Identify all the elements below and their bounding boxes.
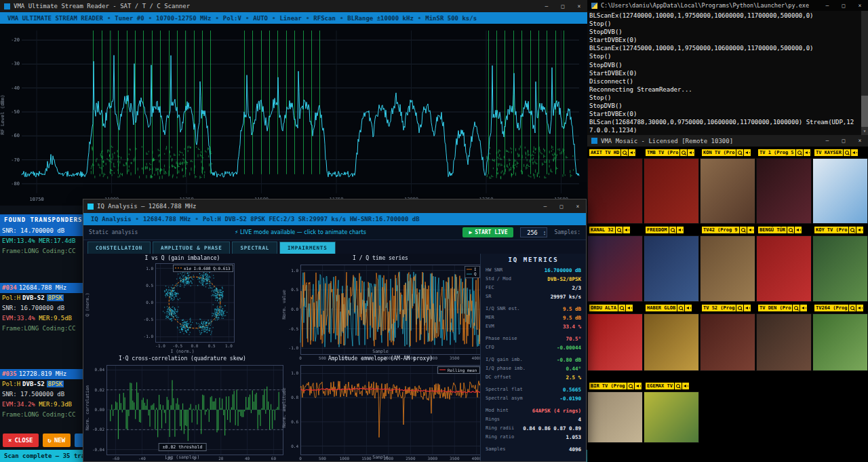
channel-thumbnail[interactable] bbox=[812, 158, 868, 224]
minimize-button[interactable]: — bbox=[819, 135, 835, 147]
magnifier-icon[interactable] bbox=[793, 305, 800, 311]
speaker-icon[interactable] bbox=[635, 383, 642, 389]
live-mode-hint[interactable]: ⚡ LIVE mode available — click to animate… bbox=[144, 229, 456, 235]
channel-thumbnail[interactable] bbox=[644, 158, 699, 224]
speaker-icon[interactable] bbox=[851, 149, 858, 156]
mosaic-titlebar[interactable]: VMA Mosaic - Licensed [Remote 10300] — □… bbox=[587, 135, 868, 147]
tab-spectral[interactable]: SPECTRAL bbox=[232, 242, 277, 254]
channel-chip[interactable]: EGEMAX TV bbox=[646, 382, 689, 390]
channel-chip[interactable]: KANAL 32 bbox=[589, 226, 630, 234]
close-button[interactable]: × bbox=[571, 0, 587, 12]
speaker-icon[interactable] bbox=[856, 305, 863, 311]
speaker-icon[interactable] bbox=[685, 305, 692, 311]
channel-thumbnail[interactable] bbox=[756, 158, 812, 224]
channel-thumbnail[interactable] bbox=[587, 158, 643, 224]
speaker-icon[interactable] bbox=[747, 227, 754, 233]
minimize-button[interactable]: — bbox=[819, 0, 835, 11]
start-live-button[interactable]: ▶ START LIVE bbox=[462, 227, 513, 237]
channel-thumbnail[interactable] bbox=[644, 235, 699, 302]
channel-chip[interactable]: TMB TV (Pro bbox=[646, 149, 694, 157]
magnifier-icon[interactable] bbox=[675, 383, 682, 389]
channel-thumbnail[interactable] bbox=[700, 235, 755, 302]
maximize-button[interactable]: □ bbox=[835, 0, 852, 11]
magnifier-icon[interactable] bbox=[621, 149, 628, 156]
stream-reader-titlebar[interactable]: VMA Ultimate Stream Reader - SAT / T / C… bbox=[0, 0, 587, 12]
magnifier-icon[interactable] bbox=[849, 305, 856, 311]
stepper-arrows[interactable]: ▴ ▾ bbox=[543, 230, 547, 235]
minimize-button[interactable]: — bbox=[538, 0, 555, 12]
close-button[interactable]: × bbox=[570, 199, 586, 213]
speaker-icon[interactable] bbox=[795, 227, 802, 233]
speaker-icon[interactable] bbox=[800, 305, 807, 311]
transponder-entry[interactable]: #03412684.788 MHzPol:HDVB-S28PSKSNR: 16.… bbox=[0, 283, 84, 334]
channel-chip[interactable]: TV KAYSER bbox=[814, 149, 858, 157]
channel-chip[interactable]: ORDU ALTA bbox=[589, 304, 633, 312]
speaker-icon[interactable] bbox=[682, 383, 689, 389]
magnifier-icon[interactable] bbox=[796, 149, 803, 156]
channel-chip[interactable]: HABER GLOB bbox=[646, 304, 692, 312]
channel-chip[interactable]: BIR TV (Prog bbox=[589, 382, 642, 390]
transponder-list[interactable]: SNR: 14.700000 dBEVM:13.4% MER:17.4dBFra… bbox=[0, 226, 84, 429]
minimize-button[interactable]: — bbox=[537, 199, 553, 213]
magnifier-icon[interactable] bbox=[616, 227, 623, 233]
speaker-icon[interactable] bbox=[804, 149, 810, 156]
transponder-entry-partial[interactable]: SNR: 14.700000 dBEVM:13.4% MER:17.4dBFra… bbox=[0, 226, 84, 256]
channel-chip[interactable]: BENGÜ TÜR bbox=[758, 226, 802, 234]
magnifier-icon[interactable] bbox=[680, 149, 687, 156]
channel-chip[interactable]: TV264 (Prog bbox=[814, 304, 863, 312]
speaker-icon[interactable] bbox=[688, 149, 694, 156]
new-scan-button[interactable]: ↻ NEW bbox=[43, 434, 71, 447]
magnifier-icon[interactable] bbox=[627, 383, 634, 389]
tab-constellation[interactable]: CONSTELLATION bbox=[87, 242, 151, 254]
channel-thumbnail[interactable] bbox=[812, 235, 868, 302]
channel-thumbnail[interactable] bbox=[756, 313, 812, 371]
magnifier-icon[interactable] bbox=[618, 305, 625, 311]
channel-chip[interactable]: TV 52 (Prog bbox=[702, 304, 751, 312]
channel-thumbnail[interactable] bbox=[644, 391, 699, 443]
frequency-row[interactable]: #03512728.819 MHz bbox=[0, 369, 84, 379]
channel-chip[interactable]: KOY TV (Pro bbox=[814, 226, 863, 234]
channel-thumbnail[interactable] bbox=[587, 235, 643, 302]
magnifier-icon[interactable] bbox=[669, 227, 676, 233]
channel-thumbnail[interactable] bbox=[700, 313, 755, 371]
channel-thumbnail[interactable] bbox=[587, 391, 643, 443]
close-button[interactable]: × bbox=[852, 135, 868, 147]
channel-chip[interactable]: KON TV (Pro bbox=[702, 149, 751, 157]
magnifier-icon[interactable] bbox=[740, 227, 747, 233]
scrollbar-thumb[interactable] bbox=[861, 96, 868, 127]
close-scan-button[interactable]: × CLOSE bbox=[3, 434, 39, 447]
tab-amplitude-phase[interactable]: AMPLITUDE & PHASE bbox=[153, 242, 230, 254]
maximize-button[interactable]: □ bbox=[555, 0, 571, 12]
transponder-entry[interactable]: #03512728.819 MHzPol:HDVB-S28PSKSNR: 17.… bbox=[0, 369, 84, 420]
terminal-titlebar[interactable]: C:\Users\daniu\AppData\Local\Programs\Py… bbox=[587, 0, 868, 11]
maximize-button[interactable]: □ bbox=[835, 135, 852, 147]
channel-chip[interactable]: TV 1 (Prog 5 bbox=[758, 149, 810, 157]
channel-thumbnail[interactable] bbox=[587, 313, 643, 371]
channel-thumbnail[interactable] bbox=[700, 158, 755, 224]
speaker-icon[interactable] bbox=[629, 149, 635, 156]
terminal-scrollbar[interactable]: ▼ bbox=[861, 11, 868, 135]
speaker-icon[interactable] bbox=[677, 227, 684, 233]
channel-chip[interactable]: FREEDOM bbox=[646, 226, 684, 234]
channel-chip[interactable]: TV42 (Prog 9 bbox=[702, 226, 754, 234]
channel-thumbnail[interactable] bbox=[644, 313, 699, 371]
magnifier-icon[interactable] bbox=[849, 227, 856, 233]
step-down-icon[interactable]: ▾ bbox=[543, 233, 545, 235]
channel-thumbnail[interactable] bbox=[812, 313, 868, 371]
magnifier-icon[interactable] bbox=[736, 149, 743, 156]
magnifier-icon[interactable] bbox=[844, 149, 850, 156]
channel-thumbnail[interactable] bbox=[756, 235, 812, 302]
channel-chip[interactable]: TV DEN (Pro bbox=[758, 304, 807, 312]
speaker-icon[interactable] bbox=[744, 149, 751, 156]
magnifier-icon[interactable] bbox=[736, 305, 743, 311]
speaker-icon[interactable] bbox=[856, 227, 863, 233]
scroll-down-arrow-icon[interactable]: ▼ bbox=[861, 127, 868, 135]
channel-chip[interactable]: AKIT TV HD bbox=[589, 149, 635, 157]
close-button[interactable]: × bbox=[852, 0, 868, 11]
tab-impairments[interactable]: IMPAIRMENTS bbox=[279, 242, 335, 254]
sample-count-stepper[interactable]: 256 ▴ ▾ bbox=[520, 227, 547, 237]
speaker-icon[interactable] bbox=[623, 227, 630, 233]
magnifier-icon[interactable] bbox=[787, 227, 794, 233]
speaker-icon[interactable] bbox=[626, 305, 633, 311]
maximize-button[interactable]: □ bbox=[553, 199, 570, 213]
